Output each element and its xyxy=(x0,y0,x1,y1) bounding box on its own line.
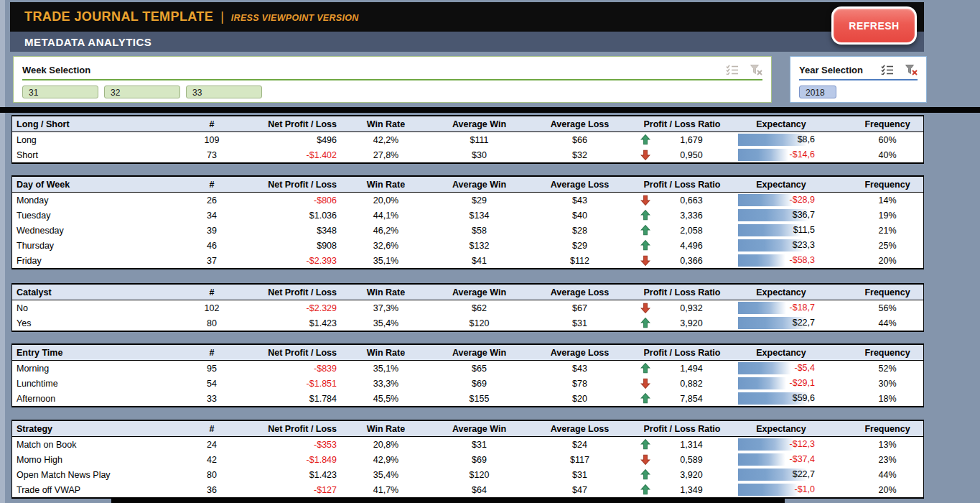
row-label: Monday xyxy=(12,195,176,206)
trade-count: 39 xyxy=(176,226,248,236)
win-rate: 44,1% xyxy=(341,211,431,221)
trend-up-icon xyxy=(640,210,650,221)
average-win: $132 xyxy=(431,241,528,251)
week-slicer-item-31[interactable]: 31 xyxy=(22,86,98,98)
row-label: Lunchtime xyxy=(12,379,176,389)
average-win: $30 xyxy=(431,150,528,160)
net-profit-loss: $348 xyxy=(248,226,341,236)
trade-count: 36 xyxy=(176,485,248,495)
trend-arrow-cell xyxy=(632,454,659,465)
year-slicer-item-2018[interactable]: 2018 xyxy=(799,86,836,98)
bottom-divider xyxy=(111,499,785,503)
year-slicer: Year Selection 2018 xyxy=(790,56,927,103)
col-header-avg-win: Average Win xyxy=(431,424,528,434)
row-label: Wednesday xyxy=(12,226,176,236)
multi-select-icon[interactable] xyxy=(726,65,739,75)
clear-filter-icon[interactable] xyxy=(905,65,918,75)
frequency: 60% xyxy=(839,135,923,145)
profit-loss-ratio: 2,058 xyxy=(659,226,724,236)
col-header-expectancy: Expectancy xyxy=(724,180,839,190)
win-rate: 27,8% xyxy=(341,150,431,160)
row-label: Morning xyxy=(12,364,176,374)
expectancy-data-bar xyxy=(738,224,801,236)
week-slicer-item-33[interactable]: 33 xyxy=(186,86,262,98)
week-slicer-underline xyxy=(22,79,762,80)
win-rate: 35,4% xyxy=(341,470,431,480)
col-header-expectancy: Expectancy xyxy=(724,287,839,297)
win-rate: 42,2% xyxy=(341,135,431,145)
week-slicer: Week Selection 313233 xyxy=(13,56,772,103)
trend-down-icon xyxy=(640,378,650,389)
trade-count: 102 xyxy=(176,303,248,313)
average-win: $120 xyxy=(431,470,528,480)
section-divider xyxy=(0,107,980,113)
year-slicer-title: Year Selection xyxy=(799,65,863,75)
table-row: Yes80$1.42335,4%$120$313,920$22,744% xyxy=(12,315,923,331)
profit-loss-ratio: 0,589 xyxy=(659,455,724,465)
table-row: Morning95-$83935,1%$65$431,494-$5,452% xyxy=(12,361,923,376)
col-header-expectancy: Expectancy xyxy=(724,348,839,358)
expectancy-value: -$58,3 xyxy=(790,255,815,265)
week-slicer-item-32[interactable]: 32 xyxy=(104,86,180,98)
win-rate: 35,1% xyxy=(341,256,431,266)
col-header-avg-loss: Average Loss xyxy=(528,180,632,190)
multi-select-icon[interactable] xyxy=(881,65,894,75)
col-header-frequency: Frequency xyxy=(839,180,923,190)
expectancy-value: $36,7 xyxy=(793,210,815,220)
average-loss: $66 xyxy=(528,135,632,145)
average-loss: $40 xyxy=(528,211,632,221)
trend-down-icon xyxy=(640,454,650,465)
trend-arrow-cell xyxy=(632,255,659,266)
title-bar: TRADE JOURNAL TEMPLATE | IRESS VIEWPOINT… xyxy=(10,2,924,32)
expectancy-data-bar xyxy=(738,254,785,267)
trend-down-icon xyxy=(640,195,650,206)
average-loss: $31 xyxy=(528,318,632,328)
title-separator: | xyxy=(220,9,224,24)
trend-arrow-cell xyxy=(632,318,659,328)
table-row: Wednesday39$34846,2%$58$282,058$11,521% xyxy=(12,223,923,238)
col-header-avg-loss: Average Loss xyxy=(528,287,632,297)
col-header-frequency: Frequency xyxy=(839,424,923,434)
col-header-net: Net Profit / Loss xyxy=(248,287,341,297)
analytics-table: Strategy#Net Profit / LossWin RateAverag… xyxy=(11,420,924,499)
row-label: No xyxy=(12,303,176,313)
table-row: Tuesday34$1.03644,1%$134$403,336$36,719% xyxy=(12,208,923,223)
trade-count: 34 xyxy=(176,211,248,221)
section-title: METADATA ANALYTICS xyxy=(24,36,151,48)
expectancy-data-bar xyxy=(738,149,788,161)
net-profit-loss: $1.423 xyxy=(248,470,341,480)
win-rate: 33,3% xyxy=(341,379,431,389)
table-row: Open Match News Play80$1.42335,4%$120$31… xyxy=(12,467,923,482)
average-win: $155 xyxy=(431,394,528,404)
profit-loss-ratio: 0,882 xyxy=(659,379,724,389)
expectancy-value: -$5,4 xyxy=(795,363,816,373)
net-profit-loss: $1.784 xyxy=(248,394,341,404)
average-loss: $43 xyxy=(528,364,632,374)
analytics-table: Entry Time#Net Profit / LossWin RateAver… xyxy=(11,343,924,407)
refresh-button[interactable]: REFRESH xyxy=(831,6,917,45)
average-loss: $31 xyxy=(528,470,632,480)
row-label: Tuesday xyxy=(12,211,176,221)
frequency: 19% xyxy=(839,211,923,221)
win-rate: 20,8% xyxy=(341,440,431,450)
expectancy-value: -$29,1 xyxy=(790,378,815,388)
frequency: 23% xyxy=(839,455,923,465)
profit-loss-ratio: 1,679 xyxy=(659,135,724,145)
col-header-frequency: Frequency xyxy=(839,348,923,358)
trend-arrow-cell xyxy=(632,393,659,404)
clear-filter-icon[interactable] xyxy=(750,65,762,75)
expectancy-value: $23,3 xyxy=(793,240,815,250)
col-header-ratio: Profit / Loss Ratio xyxy=(632,287,724,297)
row-label: Afternoon xyxy=(12,394,176,404)
week-slicer-title: Week Selection xyxy=(22,65,90,75)
profit-loss-ratio: 0,663 xyxy=(659,195,724,206)
table-row: Monday26-$80620,0%$29$430,663-$28,914% xyxy=(12,193,923,208)
col-header-ratio: Profit / Loss Ratio xyxy=(632,348,724,358)
average-win: $134 xyxy=(431,211,528,221)
expectancy-cell: -$1,0 xyxy=(724,482,839,497)
col-header-count: # xyxy=(176,348,248,358)
expectancy-data-bar xyxy=(738,484,798,496)
win-rate: 35,4% xyxy=(341,318,431,328)
col-header-count: # xyxy=(176,424,248,434)
average-win: $111 xyxy=(431,135,528,145)
